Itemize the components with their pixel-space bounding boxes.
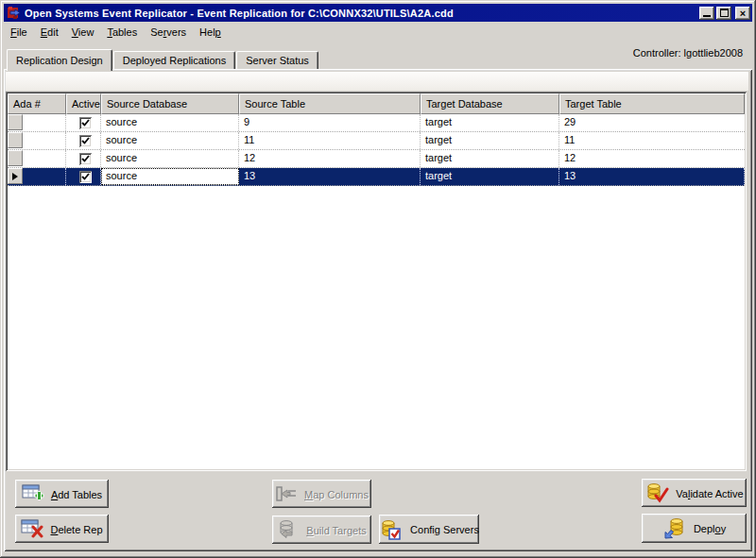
cell-source-database-editing[interactable]: source bbox=[101, 168, 239, 185]
column-header-target-database[interactable]: Target Database bbox=[421, 93, 559, 114]
active-checkbox[interactable] bbox=[79, 135, 92, 147]
deploy-button[interactable]: Deploy bbox=[642, 514, 747, 543]
deploy-icon bbox=[662, 517, 687, 540]
menu-view[interactable]: View bbox=[65, 24, 101, 41]
cell-ada[interactable] bbox=[23, 114, 66, 131]
cell-ada[interactable] bbox=[23, 150, 66, 167]
cell-target-database[interactable]: target bbox=[421, 114, 559, 131]
cell-active bbox=[66, 168, 101, 185]
app-icon bbox=[7, 6, 22, 20]
cell-source-table[interactable]: 11 bbox=[239, 132, 421, 149]
cell-target-table[interactable]: 12 bbox=[559, 150, 745, 167]
cell-target-database[interactable]: target bbox=[421, 168, 559, 185]
add-table-icon bbox=[22, 483, 44, 504]
cell-source-database[interactable]: source bbox=[101, 132, 239, 149]
menu-tables[interactable]: Tables bbox=[100, 24, 144, 41]
row-selector[interactable] bbox=[8, 132, 23, 148]
table-row: source 12 target 12 bbox=[8, 150, 745, 168]
tab-deployed-replications[interactable]: Deployed Replications bbox=[113, 51, 235, 69]
menu-file[interactable]: File bbox=[4, 24, 34, 41]
column-header-source-table[interactable]: Source Table bbox=[239, 93, 421, 114]
menu-help[interactable]: Help bbox=[193, 24, 228, 41]
cell-active bbox=[66, 132, 101, 149]
map-columns-button: Map Columns bbox=[272, 480, 371, 508]
column-header-active[interactable]: Active bbox=[66, 93, 101, 114]
cell-ada[interactable] bbox=[23, 132, 66, 149]
cell-source-database[interactable]: source bbox=[101, 114, 239, 131]
delete-rep-button[interactable]: Delete Rep bbox=[15, 515, 109, 543]
map-columns-icon bbox=[275, 484, 298, 503]
cell-active bbox=[66, 114, 101, 131]
tab-page-top-band bbox=[6, 72, 748, 91]
cell-target-database[interactable]: target bbox=[421, 132, 559, 149]
cell-target-table[interactable]: 11 bbox=[559, 132, 745, 149]
cell-target-table[interactable]: 29 bbox=[559, 114, 745, 131]
app-window: Open Systems Event Replicator - Event Re… bbox=[0, 0, 756, 558]
column-header-target-table[interactable]: Target Table bbox=[559, 93, 745, 114]
current-row-arrow-icon bbox=[12, 173, 18, 180]
close-icon: × bbox=[740, 8, 746, 18]
menu-servers[interactable]: Servers bbox=[144, 24, 193, 41]
add-tables-button[interactable]: Add Tables bbox=[15, 480, 109, 508]
menu-bar: File Edit View Tables Servers Help bbox=[4, 23, 228, 41]
column-header-source-database[interactable]: Source Database bbox=[101, 93, 239, 114]
config-servers-icon bbox=[379, 518, 404, 541]
delete-table-icon bbox=[21, 518, 43, 539]
validate-active-icon bbox=[644, 482, 669, 504]
row-selector[interactable] bbox=[8, 114, 23, 130]
active-checkbox[interactable] bbox=[79, 171, 92, 183]
grid-header-row: Ada # Active Source Database Source Tabl… bbox=[8, 93, 745, 114]
title-bar: Open Systems Event Replicator - Event Re… bbox=[4, 4, 752, 22]
table-row: source 11 target 11 bbox=[8, 132, 745, 150]
grid-empty-area bbox=[8, 186, 745, 469]
table-row: source 9 target 29 bbox=[8, 114, 745, 132]
replication-grid: Ada # Active Source Database Source Tabl… bbox=[6, 92, 747, 471]
minimize-button[interactable] bbox=[699, 7, 714, 20]
validate-active-button[interactable]: Validate Active bbox=[642, 479, 747, 507]
cell-source-table[interactable]: 9 bbox=[239, 114, 421, 131]
build-targets-icon bbox=[277, 519, 300, 540]
row-selector[interactable] bbox=[8, 168, 23, 184]
tab-replication-design[interactable]: Replication Design bbox=[7, 49, 112, 71]
minimize-icon bbox=[703, 15, 711, 17]
menu-edit[interactable]: Edit bbox=[34, 24, 65, 41]
close-button[interactable]: × bbox=[735, 7, 750, 20]
cell-target-database[interactable]: target bbox=[421, 150, 559, 167]
cell-target-table[interactable]: 13 bbox=[559, 168, 745, 185]
maximize-button[interactable] bbox=[716, 7, 731, 20]
row-selector[interactable] bbox=[8, 150, 23, 166]
build-targets-button: Build Targets bbox=[272, 516, 371, 544]
controller-label: Controller: lgottlieb2008 bbox=[633, 47, 743, 59]
config-servers-button[interactable]: Config Servers bbox=[379, 515, 479, 544]
active-checkbox[interactable] bbox=[79, 117, 92, 129]
cell-source-table[interactable]: 13 bbox=[239, 168, 421, 185]
maximize-icon bbox=[720, 8, 729, 17]
cell-ada[interactable] bbox=[23, 168, 66, 185]
tab-strip: Replication Design Deployed Replications… bbox=[7, 49, 319, 69]
active-checkbox[interactable] bbox=[79, 153, 92, 165]
cell-source-table[interactable]: 12 bbox=[239, 150, 421, 167]
table-row-selected: source 13 target 13 bbox=[8, 168, 745, 186]
cell-active bbox=[66, 150, 101, 167]
column-header-ada[interactable]: Ada # bbox=[8, 93, 66, 114]
tab-server-status[interactable]: Server Status bbox=[236, 51, 318, 69]
window-title: Open Systems Event Replicator - Event Re… bbox=[25, 8, 697, 19]
cell-source-database[interactable]: source bbox=[101, 150, 239, 167]
